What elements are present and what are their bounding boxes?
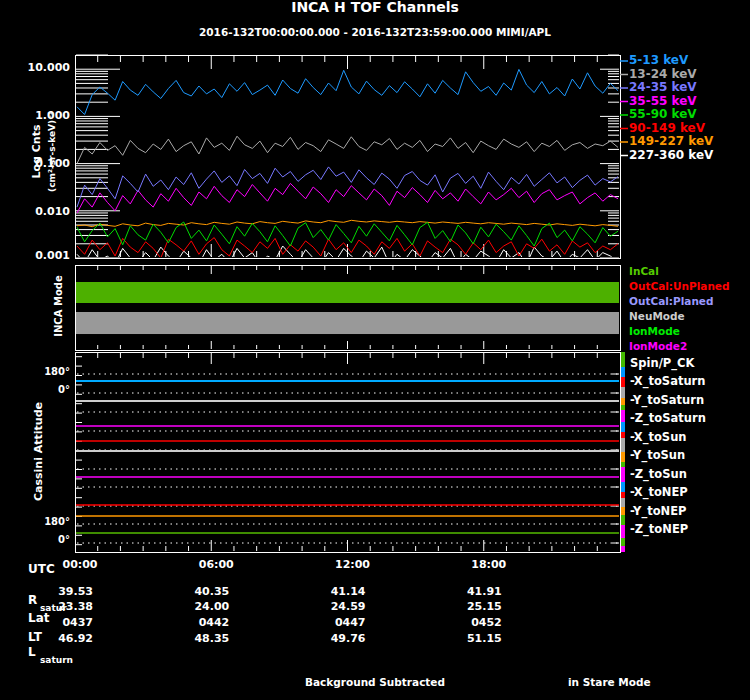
attitude-legend-item: -Z_toNEP: [630, 524, 688, 536]
mode-legend-item: OutCal:UnPlaned: [629, 281, 730, 292]
table-cell: 25.15: [442, 601, 502, 612]
attitude-colorbar-segment: [621, 398, 625, 405]
attitude-tick-label: 0°: [0, 535, 70, 545]
attitude-legend-item: Spin/P_CK: [630, 358, 694, 370]
mode-legend-item: IonMode: [629, 326, 680, 337]
table-cell: 0452: [442, 617, 502, 628]
attitude-tick-label: 0°: [0, 385, 70, 395]
table-row-label-sub: saturn: [40, 656, 73, 665]
attitude-legend-item: -X_toSaturn: [630, 376, 705, 388]
inca-tof-display: INCA H TOF Channels 2016-132T00:00:00.00…: [0, 0, 750, 700]
attitude-colorbar-segment: [621, 467, 625, 482]
attitude-colorbar-segment: [621, 538, 625, 546]
mode-axis-label: INCA Mode: [54, 246, 64, 366]
attitude-colorbar-segment: [621, 482, 625, 492]
table-cell: 39.53: [33, 586, 93, 597]
mode-bar-0: [76, 282, 619, 303]
attitude-colorbar-segment: [621, 432, 625, 438]
attitude-legend-item: -Z_toSaturn: [630, 413, 706, 425]
attitude-colorbar-segment: [621, 546, 625, 552]
table-row-label: Lat: [28, 612, 49, 624]
energy-legend-item: 227-360 keV: [629, 149, 713, 161]
attitude-colorbar-segment: [621, 377, 625, 387]
mode-legend-item: IonMode2: [629, 341, 687, 352]
energy-legend-item: 13-24 keV: [629, 68, 697, 80]
attitude-colorbar-segment: [621, 525, 625, 538]
attitude-colorbar-segment: [621, 507, 625, 515]
attitude-colorbar-segment: [621, 422, 625, 432]
table-cell: 48.35: [169, 633, 229, 644]
trace-35-55-kev: [77, 183, 618, 213]
trace-24-35-kev: [77, 167, 618, 207]
table-row-label: R: [28, 594, 37, 606]
table-row-label: LT: [28, 631, 42, 643]
utc-tick-label: 00:00: [58, 559, 102, 570]
utc-tick-label: 18:00: [467, 559, 511, 570]
attitude-colorbar-segment: [621, 352, 625, 367]
energy-legend-item: 5-13 keV: [629, 54, 688, 66]
table-cell: 24.59: [306, 601, 366, 612]
energy-legend-item: 55-90 keV: [629, 108, 697, 120]
mode-legend-item: OutCal:Planed: [629, 296, 714, 307]
counts-tick-label: 1.000: [0, 110, 70, 121]
table-row-label: L: [28, 646, 36, 658]
attitude-legend-item: -Y_toNEP: [630, 506, 686, 518]
attitude-colorbar-segment: [621, 452, 625, 462]
attitude-colorbar-segment: [621, 410, 625, 422]
attitude-legend-item: -X_toNEP: [630, 487, 688, 499]
table-cell: 41.14: [306, 586, 366, 597]
utc-tick-label: 12:00: [331, 559, 375, 570]
mode-legend-item: InCal: [629, 266, 659, 277]
table-cell: 51.15: [442, 633, 502, 644]
trace-149-227-kev: [77, 220, 618, 226]
energy-legend-item: 35-55 keV: [629, 95, 697, 107]
utc-tick-label: 06:00: [194, 559, 238, 570]
trace-5-13-kev: [77, 69, 618, 114]
table-cell: 24.00: [169, 601, 229, 612]
utc-row-label: UTC: [28, 563, 55, 575]
mode-bar-1: [76, 312, 619, 334]
attitude-colorbar-segment: [621, 367, 625, 377]
attitude-colorbar-segment: [621, 492, 625, 498]
attitude-colorbar-segment: [621, 462, 625, 467]
table-cell: 49.76: [306, 633, 366, 644]
attitude-axis-label: Cassini Attitude: [33, 392, 44, 512]
energy-legend-item: 149-227 keV: [629, 135, 713, 147]
table-cell: 0442: [169, 617, 229, 628]
attitude-colorbar-segment: [621, 515, 625, 525]
table-cell: 46.92: [33, 633, 93, 644]
counts-tick-label: 0.010: [0, 206, 70, 217]
attitude-legend-item: -Z_toSun: [630, 469, 687, 481]
counts-tick-label: 0.100: [0, 158, 70, 169]
table-cell: 0447: [306, 617, 366, 628]
counts-tick-label: 0.001: [0, 250, 70, 261]
counts-tick-label: 10.000: [0, 62, 70, 73]
attitude-colorbar-segment: [621, 438, 625, 452]
attitude-legend-item: -Y_toSun: [630, 450, 685, 462]
energy-legend-item: 90-149 keV: [629, 122, 705, 134]
attitude-colorbar-segment: [621, 387, 625, 398]
mode-legend-item: NeuMode: [629, 311, 685, 322]
attitude-colorbar-segment: [621, 498, 625, 507]
energy-legend-item: 24-35 keV: [629, 81, 697, 93]
trace-13-24-kev: [77, 136, 618, 163]
attitude-tick-label: 180°: [0, 367, 70, 377]
attitude-colorbar-segment: [621, 405, 625, 410]
table-cell: 41.91: [442, 586, 502, 597]
table-cell: 40.35: [169, 586, 229, 597]
footer-note-right: in Stare Mode: [568, 677, 651, 688]
attitude-legend-item: -Y_toSaturn: [630, 395, 704, 407]
attitude-legend-item: -X_toSun: [630, 432, 687, 444]
attitude-tick-label: 180°: [0, 517, 70, 527]
